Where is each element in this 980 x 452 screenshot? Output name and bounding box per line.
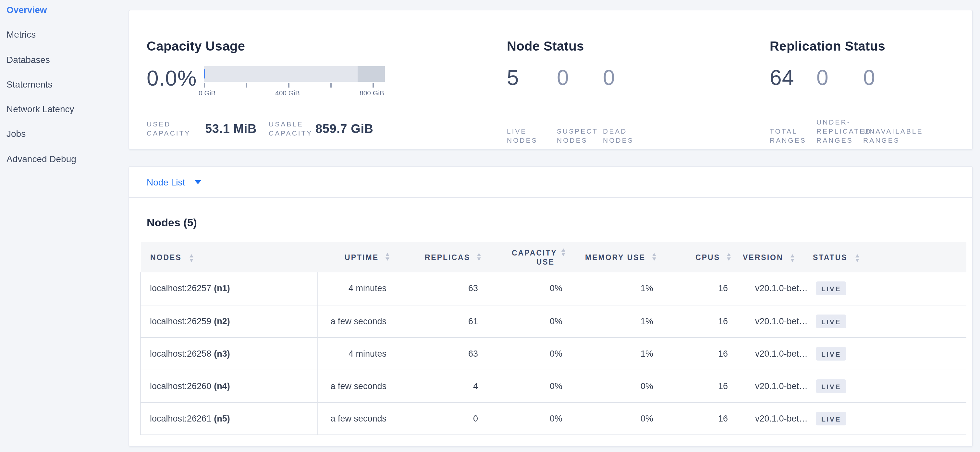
column-header-uptime[interactable]: Uptime: [318, 242, 393, 272]
node-address-cell: localhost:26259(n2): [140, 305, 318, 337]
column-header-nodes[interactable]: Nodes: [140, 242, 318, 272]
cpus-cell: 16: [660, 305, 734, 337]
column-header-memory-use[interactable]: Memory Use: [569, 242, 660, 272]
sort-icon[interactable]: [385, 252, 389, 260]
usable-capacity-stat: USABLECAPACITY: [269, 119, 312, 138]
memory-use-cell: 1%: [569, 272, 660, 305]
capacity-bar-chart: 0 GiB 400 GiB 800 GiB: [204, 66, 385, 98]
cpus-cell: 16: [660, 337, 734, 370]
status-cell: LIVE: [809, 337, 966, 370]
total-ranges-value: 64: [770, 65, 811, 90]
sort-icon[interactable]: [855, 255, 859, 262]
page: Overview Metrics Databases Statements Ne…: [0, 0, 980, 452]
column-header-replicas[interactable]: Replicas: [393, 242, 484, 272]
capacity-bar-other-usage: [358, 66, 385, 82]
live-nodes-label: LIVENODES: [507, 127, 552, 144]
status-badge: LIVE: [816, 379, 846, 393]
sort-icon[interactable]: [561, 248, 565, 256]
sidebar-item-jobs[interactable]: Jobs: [6, 129, 129, 154]
uptime-cell: a few seconds: [318, 370, 393, 402]
replicas-cell: 63: [393, 337, 484, 370]
table-row[interactable]: localhost:26257(n1) 4 minutes 63 0% 1% 1…: [140, 272, 966, 305]
total-ranges-stat: 64 TOTALRANGES: [770, 65, 811, 144]
live-nodes-value: 5: [507, 65, 552, 90]
table-header-row: Nodes Uptime Replicas Capacity Use: [140, 242, 966, 272]
version-cell: v20.1.0-bet…: [734, 402, 809, 435]
axis-tick: [288, 83, 289, 87]
replicas-cell: 63: [393, 272, 484, 305]
uptime-cell: a few seconds: [318, 402, 393, 435]
version-cell: v20.1.0-bet…: [734, 370, 809, 402]
status-badge: LIVE: [816, 314, 846, 328]
sort-icon[interactable]: [652, 252, 656, 260]
sidebar-item-advanced-debug[interactable]: Advanced Debug: [6, 154, 129, 179]
live-nodes-stat: 5 LIVENODES: [507, 65, 552, 144]
suspect-nodes-value: 0: [557, 65, 600, 90]
column-header-status[interactable]: Status: [809, 242, 966, 272]
column-header-capacity-use[interactable]: Capacity Use: [484, 242, 569, 272]
dead-nodes-stat: 0 DEADNODES: [603, 65, 646, 144]
used-capacity-stat: USEDCAPACITY: [147, 119, 191, 138]
uptime-cell: 4 minutes: [318, 272, 393, 305]
column-header-version[interactable]: Version: [734, 242, 809, 272]
cpus-cell: 16: [660, 370, 734, 402]
replicas-cell: 4: [393, 370, 484, 402]
sort-icon[interactable]: [727, 252, 730, 260]
axis-tick: [372, 83, 374, 87]
capacity-use-cell: 0%: [484, 272, 569, 305]
sidebar-item-databases[interactable]: Databases: [6, 54, 129, 79]
table-row[interactable]: localhost:26260(n4) a few seconds 4 0% 0…: [140, 370, 966, 402]
capacity-bar-available: [204, 66, 385, 82]
under-replicated-ranges-label: UNDER-REPLICATEDRANGES: [816, 117, 859, 144]
version-cell: v20.1.0-bet…: [734, 272, 809, 305]
capacity-bar-axis: 0 GiB 400 GiB 800 GiB: [204, 82, 385, 98]
status-cell: LIVE: [809, 305, 966, 337]
node-status-title: Node Status: [507, 39, 584, 54]
sort-icon[interactable]: [791, 255, 795, 262]
table-row[interactable]: localhost:26259(n2) a few seconds 61 0% …: [140, 305, 966, 337]
usable-capacity-label: USABLECAPACITY: [269, 119, 312, 138]
under-replicated-ranges-stat: 0 UNDER-REPLICATEDRANGES: [816, 65, 859, 144]
capacity-bar-used: [204, 70, 205, 78]
sidebar: Overview Metrics Databases Statements Ne…: [0, 0, 129, 452]
node-list-dropdown[interactable]: Node List: [147, 177, 201, 187]
node-address-cell: localhost:26257(n1): [140, 272, 318, 305]
cpus-cell: 16: [660, 402, 734, 435]
status-badge: LIVE: [816, 411, 846, 425]
sidebar-item-metrics[interactable]: Metrics: [6, 30, 129, 54]
sidebar-item-statements[interactable]: Statements: [6, 79, 129, 104]
column-header-cpus[interactable]: CPUs: [660, 242, 734, 272]
node-list-dropdown-bar: Node List: [129, 167, 972, 198]
sort-icon[interactable]: [477, 252, 480, 260]
total-ranges-label: TOTALRANGES: [770, 127, 811, 144]
axis-tick: [246, 83, 247, 87]
table-row[interactable]: localhost:26258(n3) 4 minutes 63 0% 1% 1…: [140, 337, 966, 370]
node-list-card: Node List Nodes (5) Nodes: [129, 166, 973, 446]
replicas-cell: 0: [393, 402, 484, 435]
uptime-cell: 4 minutes: [318, 337, 393, 370]
sidebar-item-network-latency[interactable]: Network Latency: [6, 104, 129, 129]
axis-tick: [330, 83, 331, 87]
status-cell: LIVE: [809, 370, 966, 402]
cluster-summary-card: Capacity Usage 0.0% 0 GiB 400 GiB 800 Gi…: [129, 10, 973, 150]
dead-nodes-value: 0: [603, 65, 646, 90]
table-row[interactable]: localhost:26261(n5) a few seconds 0 0% 0…: [140, 402, 966, 435]
nodes-heading: Nodes (5): [147, 217, 972, 230]
capacity-use-cell: 0%: [484, 305, 569, 337]
sort-icon[interactable]: [189, 255, 193, 262]
node-address-cell: localhost:26260(n4): [140, 370, 318, 402]
sidebar-item-overview[interactable]: Overview: [6, 5, 129, 30]
status-cell: LIVE: [809, 272, 966, 305]
status-cell: LIVE: [809, 402, 966, 435]
status-badge: LIVE: [816, 282, 846, 295]
main-content: Capacity Usage 0.0% 0 GiB 400 GiB 800 Gi…: [129, 10, 973, 446]
axis-tick-label: 0 GiB: [199, 89, 216, 97]
version-cell: v20.1.0-bet…: [734, 337, 809, 370]
replicas-cell: 61: [393, 305, 484, 337]
capacity-percent-value: 0.0%: [147, 66, 197, 91]
capacity-usage-title: Capacity Usage: [147, 39, 245, 54]
suspect-nodes-label: SUSPECTNODES: [557, 127, 600, 144]
memory-use-cell: 0%: [569, 370, 660, 402]
uptime-cell: a few seconds: [318, 305, 393, 337]
node-address-cell: localhost:26261(n5): [140, 402, 318, 435]
